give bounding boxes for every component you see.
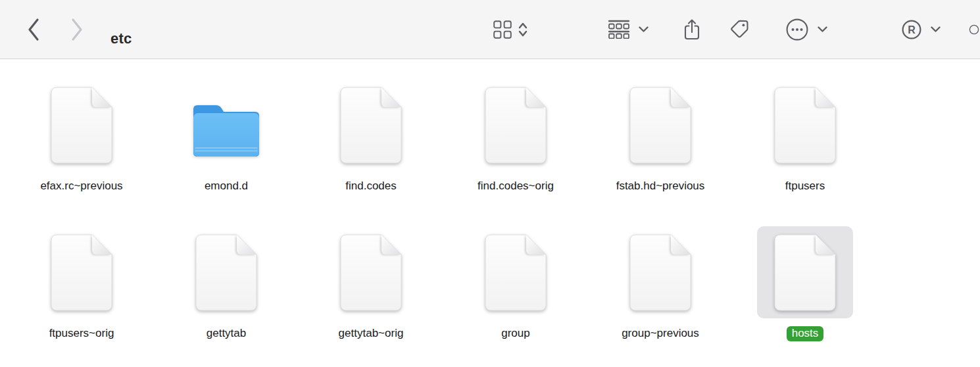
chevron-down-icon [931, 26, 941, 32]
registered-r-icon: R [901, 19, 922, 40]
window-title: etc [110, 10, 132, 68]
file-icon-area [178, 226, 274, 318]
file-label: hosts [787, 326, 824, 341]
file-label: find.codes [345, 179, 397, 193]
file-label: group [501, 326, 529, 341]
file-item[interactable]: find.codes [299, 79, 443, 226]
group-by-icon [608, 20, 629, 39]
document-icon [629, 87, 691, 164]
file-item[interactable]: find.codes~orig [443, 79, 588, 226]
file-icon-area [757, 226, 853, 318]
file-item[interactable]: hosts [733, 226, 877, 367]
file-label: group~previous [622, 326, 699, 341]
share-button[interactable] [683, 0, 701, 59]
file-icon-area [612, 226, 708, 318]
file-label-text: gettytab~orig [339, 327, 404, 339]
updown-chevrons-icon [518, 20, 528, 39]
chevron-right-icon [70, 18, 84, 41]
file-label-text: gettytab [207, 327, 247, 339]
file-label: emond.d [205, 179, 248, 193]
folder-icon [191, 100, 262, 160]
file-grid: efax.rc~previous emond.d find.codes [9, 79, 877, 367]
file-icon-area [612, 79, 708, 171]
file-icon-area [323, 226, 419, 318]
file-label-text: emond.d [205, 180, 248, 192]
document-icon [195, 234, 257, 311]
chevron-down-icon [818, 26, 827, 32]
file-item[interactable]: efax.rc~previous [9, 79, 154, 226]
finder-toolbar: etc [0, 0, 980, 59]
more-actions-button[interactable] [785, 0, 827, 59]
grid-view-icon [493, 20, 512, 39]
file-label: fstab.hd~previous [616, 179, 705, 193]
file-label: gettytab [207, 326, 247, 341]
file-icon-area [323, 79, 419, 171]
file-label: ftpusers [785, 179, 825, 193]
file-item[interactable]: group [443, 226, 588, 367]
file-label: find.codes~orig [478, 179, 554, 193]
file-label-text: ftpusers~orig [49, 327, 114, 339]
ellipsis-circle-icon [785, 18, 809, 41]
document-icon [51, 87, 112, 164]
file-label: gettytab~orig [339, 326, 404, 341]
file-label-text: fstab.hd~previous [616, 180, 705, 192]
file-label-text: group~previous [622, 327, 699, 339]
document-icon [51, 234, 112, 311]
document-icon [629, 234, 691, 311]
file-browser-content: efax.rc~previous emond.d find.codes [0, 59, 980, 367]
file-item[interactable]: fstab.hd~previous [588, 79, 733, 226]
document-icon [485, 234, 547, 311]
file-icon-area [34, 79, 130, 171]
document-icon [340, 87, 402, 164]
tag-button[interactable] [729, 0, 750, 59]
file-icon-area [757, 79, 853, 171]
file-label-text: group [501, 327, 529, 339]
file-label-text: efax.rc~previous [40, 180, 122, 192]
tag-icon [729, 18, 750, 40]
file-label: efax.rc~previous [40, 179, 122, 193]
file-icon-area [468, 79, 564, 171]
search-icon [968, 20, 980, 39]
document-icon [774, 87, 836, 164]
file-item[interactable]: ftpusers~orig [9, 226, 154, 367]
extension-button[interactable]: R [901, 0, 941, 59]
back-button[interactable] [26, 0, 41, 59]
file-item[interactable]: gettytab~orig [299, 226, 443, 367]
file-icon-area [468, 226, 564, 318]
file-label: ftpusers~orig [49, 326, 114, 341]
file-label-text: find.codes [345, 180, 397, 192]
group-button[interactable] [608, 0, 649, 59]
file-icon-area [178, 79, 274, 171]
share-icon [683, 18, 701, 41]
forward-button[interactable] [70, 0, 84, 59]
file-item[interactable]: gettytab [154, 226, 299, 367]
file-item[interactable]: group~previous [588, 226, 733, 367]
file-item[interactable]: ftpusers [733, 79, 877, 226]
document-icon [340, 234, 402, 311]
chevron-left-icon [26, 18, 41, 41]
extension-letter: R [908, 24, 916, 35]
file-label-text: ftpusers [785, 180, 825, 192]
folder-item[interactable]: emond.d [154, 79, 299, 226]
file-label-text: hosts [787, 326, 824, 341]
search-button[interactable] [968, 0, 980, 59]
file-icon-area [34, 226, 130, 318]
document-icon [485, 87, 547, 164]
document-icon [774, 234, 836, 311]
file-label-text: find.codes~orig [478, 180, 554, 192]
view-options-button[interactable] [493, 0, 528, 59]
chevron-down-icon [639, 26, 649, 32]
